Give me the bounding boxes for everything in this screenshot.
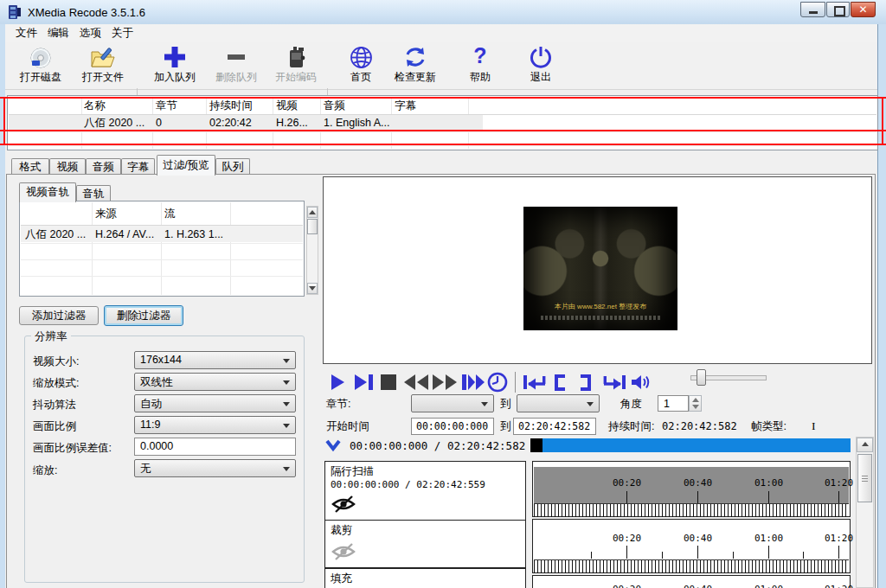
set-start-mark-button[interactable] [552,374,566,391]
timeline-ruler-deinterlace[interactable]: 00:20 00:40 01:00 01:20 [532,461,851,517]
end-time-input[interactable]: 02:20:42:582 [513,418,596,435]
spin-up-icon[interactable] [692,398,699,402]
start-encode-button[interactable]: 开始编码 [270,45,322,86]
toolbar-label: 开始编码 [270,70,322,85]
filter-item-deinterlace[interactable]: 隔行扫描 00:00:00:000 / 02:20:42:559 [324,461,526,521]
exit-button[interactable]: 退出 [515,45,567,86]
filter-item-crop[interactable]: 裁剪 [324,520,526,568]
app-window: XMedia Recode 3.5.1.6 ✕ 文件 编辑 选项 关于 打开磁盘 [0,0,886,588]
speaker-icon-button[interactable] [630,373,651,392]
rewind-button[interactable] [403,374,429,391]
go-to-end-mark-button[interactable] [602,374,626,391]
preview-pane-scrollbar[interactable] [856,437,874,588]
zoom-select[interactable]: 无 [134,459,296,477]
close-button[interactable]: ✕ [851,2,876,17]
stream-table: 来源 流 八佰 2020 ... H.264 / AV... 1. H.263 … [19,201,305,297]
angle-input[interactable]: 1 [658,395,689,412]
remove-queue-button[interactable]: 删除队列 [210,45,262,86]
add-filter-button[interactable]: 添加过滤器 [19,306,99,325]
volume-slider-thumb[interactable] [697,369,706,386]
scrollbar-thumb[interactable] [857,454,872,502]
go-to-start-mark-button[interactable] [523,374,547,391]
spin-down-icon[interactable] [692,405,699,409]
seek-position-marker[interactable] [530,438,543,452]
menu-options[interactable]: 选项 [80,27,101,40]
ruler-ticks [534,559,849,573]
remove-filter-button[interactable]: 删除过滤器 [104,305,183,326]
check-update-button[interactable]: 检查更新 [389,45,441,86]
chevron-down-icon [283,467,290,471]
scrollbar-thumb[interactable] [307,219,318,234]
toolbar-label: 帮助 [454,70,506,85]
aspect-error-input[interactable]: 0.0000 [134,438,296,456]
col-audio[interactable]: 音频 [324,99,345,112]
menu-file[interactable]: 文件 [16,27,37,40]
subtab-audio-track[interactable]: 音轨 [76,185,111,202]
scroll-up-button[interactable] [857,438,873,452]
dither-select[interactable]: 自动 [134,394,296,412]
power-icon [530,46,552,68]
tab-format[interactable]: 格式 [11,158,49,175]
col-chapter[interactable]: 章节 [156,99,177,112]
menu-about[interactable]: 关于 [112,27,133,40]
open-disc-button[interactable]: 打开磁盘 [15,45,67,86]
refresh-icon [404,46,427,68]
home-button[interactable]: 首页 [335,45,387,86]
col-source[interactable]: 来源 [95,208,117,220]
toolbar-label: 首页 [335,70,387,85]
start-time-input[interactable]: 00:00:00:000 [411,418,494,435]
aspect-value: 11:9 [140,419,160,431]
chapter-from-select[interactable] [411,394,494,412]
tab-audio[interactable]: 音频 [86,158,121,175]
table-row[interactable]: 八佰 2020 ... H.264 / AV... 1. H.263 1... [21,226,303,242]
disc-icon [29,47,52,69]
chevron-down-icon [481,402,488,406]
tab-video[interactable]: 视频 [49,158,86,175]
open-file-button[interactable]: 打开文件 [77,45,129,86]
subtab-video-track[interactable]: 视频音轨 [19,182,76,202]
ruler-ticks [534,503,849,517]
scroll-up-button[interactable] [307,207,318,218]
clock-icon-button[interactable] [487,372,508,393]
next-frame-button[interactable] [354,374,375,391]
table-row[interactable]: 八佰 2020 ... 0 02:20:42 H.26... 1. Englis… [9,115,483,131]
chevron-down-icon[interactable] [325,439,341,451]
stop-button[interactable] [381,374,396,390]
angle-spinner[interactable] [689,395,702,412]
maximize-button[interactable] [826,2,850,17]
tab-queue[interactable]: 队列 [215,158,250,175]
eye-off-icon[interactable] [331,494,356,514]
toolbar-label: 删除队列 [210,70,262,85]
fast-forward-button[interactable] [432,374,458,391]
col-duration[interactable]: 持续时间 [209,99,253,112]
step-forward-button[interactable] [461,374,485,391]
aspect-select[interactable]: 11:9 [134,416,296,434]
ruler-label: 01:00 [754,533,783,544]
ruler-label: 01:20 [825,477,853,489]
filter-item-pad[interactable]: 填充 [324,568,526,588]
chapter-to-select[interactable] [517,394,600,412]
help-button[interactable]: ? 帮助 [454,45,506,86]
minimize-button[interactable] [800,2,825,17]
video-size-select[interactable]: 176x144 [134,351,296,369]
col-subtitle[interactable]: 字幕 [395,99,416,112]
stream-table-scrollbar[interactable] [306,206,318,295]
play-button[interactable] [330,374,345,391]
scale-mode-select[interactable]: 双线性 [134,373,296,391]
chapter-label: 章节: [326,398,350,411]
col-video[interactable]: 视频 [276,99,298,112]
eye-off-icon-disabled[interactable] [331,541,356,562]
set-end-mark-button[interactable] [580,374,594,391]
col-stream[interactable]: 流 [164,208,176,220]
col-name[interactable]: 名称 [84,99,106,112]
annotation-line [0,144,886,145]
scroll-down-button[interactable] [307,283,318,294]
tab-subtitle[interactable]: 字幕 [121,158,155,175]
plus-icon [164,46,186,68]
add-queue-button[interactable]: 加入队列 [149,45,201,86]
timeline-ruler-pad[interactable]: 00:20 00:40 01:00 01:20 [532,575,851,588]
menu-edit[interactable]: 编辑 [48,27,69,40]
tab-filter-preview[interactable]: 过滤/预览 [157,155,215,176]
timeline-ruler-crop[interactable]: 00:20 00:40 01:00 01:20 [532,519,851,573]
seek-bar[interactable] [543,438,851,452]
